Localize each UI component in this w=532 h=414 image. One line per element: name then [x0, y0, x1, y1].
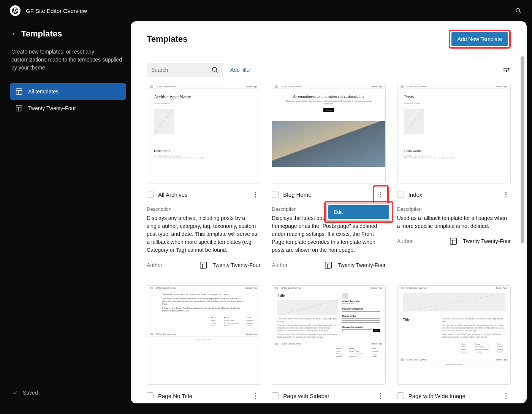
template-thumbnail[interactable]: GF Site Editor OverviewSample PageTitleT… — [272, 285, 385, 385]
back-chevron-icon[interactable] — [11, 32, 16, 36]
svg-rect-13 — [507, 71, 510, 71]
template-card: GF Site Editor OverviewSample PageThis i… — [147, 285, 260, 403]
svg-rect-17 — [325, 262, 332, 269]
template-thumbnail[interactable]: GF Site Editor OverviewSample PagePostsN… — [397, 84, 511, 183]
more-actions-button[interactable] — [501, 190, 511, 199]
template-name: Page with Wide Image — [408, 393, 496, 399]
svg-rect-12 — [509, 68, 510, 69]
site-title: GF Site Editor Overview — [26, 8, 515, 14]
template-name: Page No Title — [158, 393, 246, 399]
description-label: Description — [397, 206, 511, 212]
svg-rect-2 — [16, 89, 22, 95]
template-card: GF Site Editor OverviewSample PagePostsN… — [397, 84, 511, 269]
sidebar-footer-status: Saved — [10, 382, 126, 403]
command-palette-icon[interactable] — [515, 7, 522, 14]
layout-icon — [324, 261, 332, 269]
annotation-highlight: Add New Template — [449, 30, 511, 49]
actions-popover: Edit — [326, 203, 391, 221]
more-actions-button[interactable] — [501, 391, 511, 401]
layout-icon — [15, 104, 23, 112]
edit-action[interactable]: Edit — [328, 205, 389, 219]
template-thumbnail[interactable]: GF Site Editor OverviewSample PageArchiv… — [147, 84, 260, 183]
author-label: Author — [272, 262, 319, 268]
template-author: Twenty Twenty-Four — [338, 262, 386, 268]
check-icon — [12, 390, 18, 396]
search-input-wrapper — [147, 63, 223, 77]
svg-line-1 — [519, 11, 521, 13]
template-name: All Archives — [158, 191, 246, 198]
template-author: Twenty Twenty-Four — [463, 238, 511, 244]
template-name: Page with Sidebar — [283, 393, 371, 399]
top-bar: GF Site Editor Overview — [5, 0, 527, 21]
sidebar-description: Create new templates, or reset any custo… — [10, 48, 126, 72]
add-new-template-button[interactable]: Add New Template — [451, 32, 508, 46]
author-label: Author — [147, 262, 194, 268]
sidebar-item-label: Twenty Twenty-Four — [28, 105, 76, 111]
sidebar-title: Templates — [21, 29, 62, 39]
view-options-icon[interactable] — [502, 66, 511, 74]
svg-point-10 — [507, 68, 509, 70]
template-thumbnail[interactable]: GF Site Editor OverviewSample PageA comm… — [272, 84, 385, 183]
more-actions-button[interactable] — [250, 391, 260, 401]
template-thumbnail[interactable]: GF Site Editor OverviewSample PageThis i… — [147, 285, 260, 385]
author-label: Author — [397, 238, 444, 244]
template-card: GF Site Editor OverviewSample PageA comm… — [272, 84, 385, 269]
search-icon — [211, 66, 219, 74]
page-title: Templates — [147, 34, 187, 44]
template-card: GF Site Editor OverviewSample PageArchiv… — [147, 84, 260, 269]
sidebar-item-label: All templates — [28, 88, 59, 95]
select-checkbox[interactable] — [272, 191, 279, 198]
more-actions-button[interactable] — [376, 391, 386, 401]
svg-point-11 — [506, 70, 507, 72]
wordpress-logo-icon[interactable] — [10, 5, 21, 16]
template-description: Displays any archive, including posts by… — [147, 214, 260, 254]
svg-rect-5 — [16, 106, 22, 111]
more-actions-button[interactable] — [250, 190, 260, 199]
saved-label: Saved — [23, 390, 38, 396]
template-author: Twenty Twenty-Four — [213, 262, 261, 268]
select-checkbox[interactable] — [147, 392, 154, 399]
select-checkbox[interactable] — [397, 392, 404, 399]
layout-icon — [449, 237, 458, 245]
more-actions-button[interactable] — [376, 190, 386, 199]
layout-icon — [199, 261, 207, 269]
template-card: GF Site Editor OverviewSample PageTitleT… — [397, 285, 511, 403]
select-checkbox[interactable] — [397, 191, 404, 198]
layout-icon — [15, 88, 23, 95]
select-checkbox[interactable] — [272, 392, 279, 399]
main-panel: Templates Add New Template Add filter — [131, 21, 527, 403]
svg-line-9 — [216, 71, 218, 73]
svg-rect-14 — [200, 262, 206, 269]
sidebar-item-all-templates[interactable]: All templates — [10, 83, 126, 100]
select-checkbox[interactable] — [147, 191, 154, 198]
description-label: Description — [147, 206, 260, 212]
template-thumbnail[interactable]: GF Site Editor OverviewSample PageTitleT… — [397, 285, 511, 385]
svg-point-8 — [212, 67, 217, 71]
scrollbar[interactable] — [521, 56, 524, 396]
template-card: GF Site Editor OverviewSample PageTitleT… — [272, 285, 385, 403]
svg-rect-20 — [450, 238, 457, 245]
sidebar-item-theme[interactable]: Twenty Twenty-Four — [10, 100, 126, 117]
scrollbar-thumb[interactable] — [521, 56, 524, 243]
template-description: Used as a fallback template for all page… — [397, 214, 511, 230]
template-name: Blog Home — [283, 191, 371, 198]
sidebar: Templates Create new templates, or reset… — [5, 21, 131, 403]
template-name: Index — [408, 191, 496, 198]
svg-point-0 — [516, 8, 520, 12]
add-filter-link[interactable]: Add filter — [230, 67, 251, 73]
